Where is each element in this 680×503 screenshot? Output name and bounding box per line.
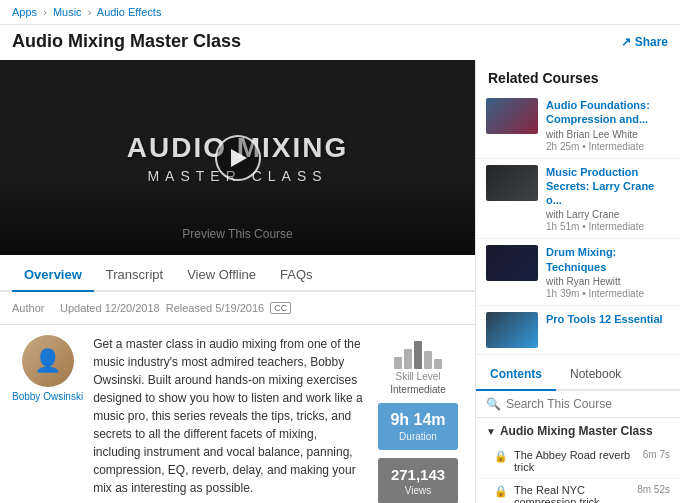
related-courses-title: Related Courses xyxy=(476,60,680,92)
left-content: AUDIO MIXING MASTER CLASS Preview This C… xyxy=(0,60,475,503)
search-box: 🔍 xyxy=(476,391,680,418)
bar-4 xyxy=(424,351,432,369)
share-icon: ↗ xyxy=(621,35,631,49)
toc-duration-1: 6m 7s xyxy=(643,449,670,460)
course-info-1: Audio Foundations: Compression and... wi… xyxy=(546,98,670,152)
video-overlay xyxy=(0,175,475,255)
toc-item-1[interactable]: 🔒 The Abbey Road reverb trick 6m 7s xyxy=(476,444,680,479)
course-meta-1: 2h 25m • Intermediate xyxy=(546,141,670,152)
tabs-bar: Overview Transcript View Offline FAQs xyxy=(0,259,475,292)
skill-label: Skill Level xyxy=(395,371,440,382)
duration-label: Duration xyxy=(390,431,446,442)
update-info: Updated 12/20/2018 Released 5/19/2016 CC xyxy=(60,302,463,314)
breadcrumb-music[interactable]: Music xyxy=(53,6,82,18)
duration-stat: 9h 14m Duration xyxy=(378,403,458,450)
toc-item-title-1: The Abbey Road reverb trick xyxy=(514,449,637,473)
related-course-2[interactable]: Music Production Secrets: Larry Crane o.… xyxy=(476,159,680,240)
search-input[interactable] xyxy=(506,397,670,411)
updated-date: Updated 12/20/2018 xyxy=(60,302,160,314)
course-meta-3: 1h 39m • Intermediate xyxy=(546,288,670,299)
bar-5 xyxy=(434,359,442,369)
tab-transcript[interactable]: Transcript xyxy=(94,259,175,292)
cc-badge: CC xyxy=(270,302,291,314)
toc-duration-2: 8m 52s xyxy=(637,484,670,495)
tab-overview[interactable]: Overview xyxy=(12,259,94,292)
bar-chart xyxy=(394,337,442,369)
play-button[interactable] xyxy=(215,135,261,181)
main-layout: AUDIO MIXING MASTER CLASS Preview This C… xyxy=(0,60,680,503)
author-name[interactable]: Bobby Owsinski xyxy=(12,391,83,402)
author-section: Author Updated 12/20/2018 Released 5/19/… xyxy=(0,292,475,325)
views-label: Views xyxy=(390,485,446,496)
arrow-down-icon: ▼ xyxy=(486,426,496,437)
course-name-3: Drum Mixing: Techniques xyxy=(546,245,670,274)
course-name-2: Music Production Secrets: Larry Crane o.… xyxy=(546,165,670,208)
course-author-3: with Ryan Hewitt xyxy=(546,276,670,287)
course-info-2: Music Production Secrets: Larry Crane o.… xyxy=(546,165,670,233)
released-date: Released 5/19/2016 xyxy=(166,302,264,314)
bar-1 xyxy=(394,357,402,369)
sidebar-tabs: Contents Notebook xyxy=(476,359,680,391)
course-name-4: Pro Tools 12 Essential xyxy=(546,312,670,326)
toc-section-title: ▼ Audio Mixing Master Class xyxy=(476,418,680,444)
course-info-4: Pro Tools 12 Essential xyxy=(546,312,670,348)
description-text: Get a master class in audio mixing from … xyxy=(93,335,363,503)
course-thumb-4 xyxy=(486,312,538,348)
author-info: 👤 Bobby Owsinski xyxy=(12,335,83,503)
course-thumb-1 xyxy=(486,98,538,134)
views-stat: 271,143 Views xyxy=(378,458,458,503)
course-author-2: with Larry Crane xyxy=(546,209,670,220)
play-icon xyxy=(231,149,247,167)
share-button[interactable]: ↗ Share xyxy=(621,35,668,49)
video-area[interactable]: AUDIO MIXING MASTER CLASS Preview This C… xyxy=(0,60,475,255)
stats-column: Skill Level Intermediate 9h 14m Duration… xyxy=(373,335,463,503)
course-thumb-3 xyxy=(486,245,538,281)
views-value: 271,143 xyxy=(390,466,446,483)
right-sidebar: Related Courses Audio Foundations: Compr… xyxy=(475,60,680,503)
page-title-bar: Audio Mixing Master Class ↗ Share xyxy=(0,25,680,60)
breadcrumb: Apps › Music › Audio Effects xyxy=(0,0,680,25)
breadcrumb-audio-effects[interactable]: Audio Effects xyxy=(97,6,162,18)
duration-value: 9h 14m xyxy=(390,411,446,429)
skill-bars: Skill Level Intermediate xyxy=(390,337,446,395)
bar-2 xyxy=(404,349,412,369)
related-course-3[interactable]: Drum Mixing: Techniques with Ryan Hewitt… xyxy=(476,239,680,306)
author-label: Author xyxy=(12,302,52,314)
bar-3 xyxy=(414,341,422,369)
sidebar-tab-notebook[interactable]: Notebook xyxy=(556,359,635,391)
avatar: 👤 xyxy=(22,335,74,387)
breadcrumb-apps[interactable]: Apps xyxy=(12,6,37,18)
course-meta-2: 1h 51m • Intermediate xyxy=(546,221,670,232)
related-course-4[interactable]: Pro Tools 12 Essential xyxy=(476,306,680,355)
toc-title: Audio Mixing Master Class xyxy=(500,424,653,438)
sidebar-tab-contents[interactable]: Contents xyxy=(476,359,556,391)
skill-value: Intermediate xyxy=(390,384,446,395)
toc-item-2[interactable]: 🔒 The Real NYC compression trick 8m 52s xyxy=(476,479,680,503)
lock-icon-2: 🔒 xyxy=(494,485,508,498)
course-info-3: Drum Mixing: Techniques with Ryan Hewitt… xyxy=(546,245,670,299)
course-name-1: Audio Foundations: Compression and... xyxy=(546,98,670,127)
page-title: Audio Mixing Master Class xyxy=(12,31,241,52)
share-label: Share xyxy=(635,35,668,49)
tab-view-offline[interactable]: View Offline xyxy=(175,259,268,292)
related-course-1[interactable]: Audio Foundations: Compression and... wi… xyxy=(476,92,680,159)
course-author-1: with Brian Lee White xyxy=(546,129,670,140)
toc-item-title-2: The Real NYC compression trick xyxy=(514,484,631,503)
course-thumb-2 xyxy=(486,165,538,201)
content-body: 👤 Bobby Owsinski Get a master class in a… xyxy=(0,325,475,503)
search-icon: 🔍 xyxy=(486,397,501,411)
tab-faqs[interactable]: FAQs xyxy=(268,259,325,292)
lock-icon-1: 🔒 xyxy=(494,450,508,463)
